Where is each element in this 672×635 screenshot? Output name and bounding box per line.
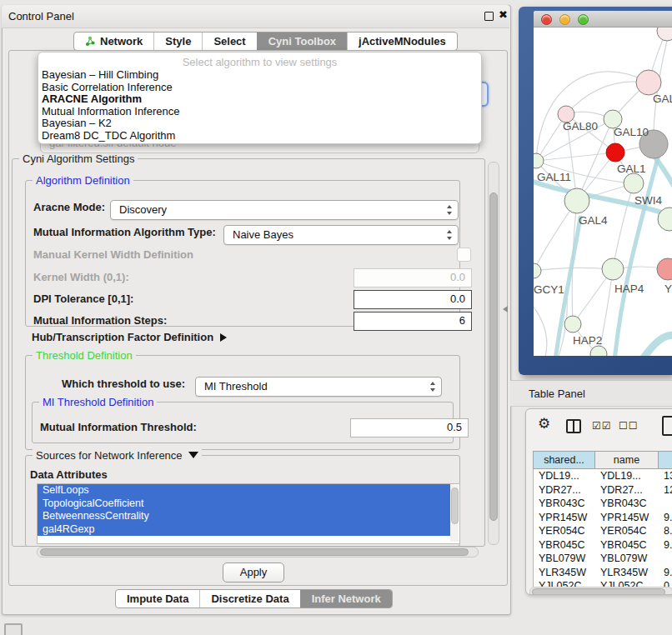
panel-divider-arrow[interactable] bbox=[503, 306, 508, 312]
attribute-item-selfloops[interactable]: SelfLoops bbox=[38, 484, 450, 498]
network-node[interactable] bbox=[657, 258, 672, 280]
table-cell[interactable]: YPR145W bbox=[534, 511, 595, 525]
table-cell[interactable] bbox=[659, 552, 672, 566]
minimize-traffic-light-icon[interactable] bbox=[559, 14, 570, 25]
tab-network[interactable]: Network bbox=[74, 32, 153, 50]
group-title: Cyni Algorithm Settings bbox=[19, 152, 138, 166]
table-cell[interactable]: YJL052C bbox=[534, 579, 595, 587]
table-row[interactable]: YJL052CYJL052C0 bbox=[534, 579, 672, 587]
data-attributes-list[interactable]: SelfLoopsTopologicalCoefficientBetweenne… bbox=[37, 483, 460, 544]
table-cell[interactable]: YBL079W bbox=[534, 552, 595, 566]
network-window-titlebar[interactable] bbox=[534, 11, 672, 28]
table-cell[interactable]: 0 bbox=[659, 579, 672, 587]
table-cell[interactable]: YER054C bbox=[595, 524, 659, 538]
network-node[interactable] bbox=[602, 258, 624, 280]
dropdown-item-bayesian-hill-climbing[interactable]: Bayesian – Hill Climbing bbox=[38, 69, 481, 82]
float-window-icon[interactable] bbox=[484, 12, 494, 21]
table-cell[interactable]: YLR345W bbox=[595, 566, 659, 580]
table-cell[interactable]: 9. bbox=[659, 538, 672, 552]
settings-horizontal-scrollbar[interactable] bbox=[37, 547, 479, 558]
column-header-a[interactable]: A bbox=[659, 452, 672, 468]
network-node[interactable] bbox=[624, 173, 644, 193]
table-cell[interactable]: YER054C bbox=[534, 524, 595, 538]
table-cell[interactable]: YBR045C bbox=[595, 538, 659, 552]
table-cell[interactable]: YDL19... bbox=[595, 469, 659, 483]
dropdown-item-dream8-dc-tdc-algorithm[interactable]: Dream8 DC_TDC Algorithm bbox=[38, 130, 481, 142]
mi-type-select[interactable]: Naive Bayes bbox=[223, 225, 459, 245]
close-traffic-light-icon[interactable] bbox=[541, 14, 552, 25]
table-horizontal-scrollbar[interactable] bbox=[529, 587, 672, 595]
dropdown-item-basic-correlation-inference[interactable]: Basic Correlation Inference bbox=[38, 82, 481, 94]
dropdown-item-aracne-algorithm[interactable]: ARACNE Algorithm bbox=[38, 93, 481, 106]
table-row[interactable]: YBL079WYBL079W bbox=[534, 552, 672, 566]
table-cell[interactable]: YDR27... bbox=[534, 483, 595, 498]
deselect-all-icon[interactable]: ☐☐ bbox=[619, 420, 639, 432]
table-row[interactable]: YBR045CYBR045C9. bbox=[534, 538, 672, 552]
table-cell[interactable]: 13 bbox=[659, 469, 672, 483]
zoom-traffic-light-icon[interactable] bbox=[578, 14, 589, 25]
select-all-icon[interactable]: ☑☑ bbox=[592, 420, 612, 432]
minimized-window-icon[interactable] bbox=[4, 623, 23, 635]
dropdown-item-mutual-information-inference[interactable]: Mutual Information Inference bbox=[38, 106, 481, 118]
table-cell[interactable] bbox=[659, 497, 672, 511]
network-node[interactable] bbox=[534, 153, 544, 168]
manual-kernel-checkbox[interactable] bbox=[457, 248, 471, 262]
network-canvas[interactable]: GALGAL80GAL10GAL11GAL1SWI4GAL4GCY1HAP4YH… bbox=[534, 28, 672, 356]
tab-cyni-toolbox[interactable]: Cyni Toolbox bbox=[257, 32, 347, 50]
network-node[interactable] bbox=[590, 346, 607, 356]
column-header-shared-[interactable]: shared... bbox=[534, 452, 595, 468]
attribute-item-betweennesscentrality[interactable]: BetweennessCentrality bbox=[38, 510, 450, 523]
mi-threshold-field[interactable]: 0.5 bbox=[350, 418, 469, 438]
stepper-icon bbox=[429, 381, 436, 392]
table-cell[interactable]: 8. bbox=[659, 524, 672, 538]
table-row[interactable]: YPR145WYPR145W9. bbox=[534, 511, 672, 525]
tab-jactivemnodules[interactable]: jActiveMNodules bbox=[347, 32, 457, 50]
dropdown-item-bayesian-k2[interactable]: Bayesian – K2 bbox=[38, 118, 481, 130]
table-row[interactable]: YDR27...YDR27...12 bbox=[534, 483, 672, 498]
tab-impute-data[interactable]: Impute Data bbox=[116, 590, 199, 608]
table-cell[interactable]: YBL079W bbox=[595, 552, 659, 566]
attribute-item-topologicalcoefficient[interactable]: TopologicalCoefficient bbox=[38, 498, 450, 511]
apply-button[interactable]: Apply bbox=[223, 562, 284, 582]
network-node[interactable] bbox=[564, 316, 581, 332]
table-settings-gear-icon[interactable]: ⚙ bbox=[538, 415, 550, 432]
kernel-width-field[interactable]: 0.0 bbox=[354, 268, 472, 288]
table-cell[interactable]: 12 bbox=[659, 483, 672, 498]
table-cell[interactable]: 9. bbox=[659, 511, 672, 525]
table-cell[interactable]: YBR043C bbox=[595, 497, 659, 511]
hub-section-toggle[interactable]: Hub/Transcription Factor Definition bbox=[32, 331, 227, 343]
network-node[interactable] bbox=[534, 263, 541, 278]
table-row[interactable]: YBR043CYBR043C bbox=[534, 497, 672, 511]
which-threshold-select[interactable]: MI Threshold bbox=[195, 377, 442, 397]
table-row[interactable]: YDL19...YDL19...13 bbox=[534, 469, 672, 483]
tab-infer-network[interactable]: Infer Network bbox=[300, 590, 392, 608]
table-cell[interactable]: YJL052C bbox=[595, 579, 659, 587]
attribute-item-gal4rgexp[interactable]: gal4RGexp bbox=[38, 523, 450, 537]
column-header-name[interactable]: name bbox=[595, 452, 659, 468]
table-cell[interactable]: YDL19... bbox=[534, 469, 595, 483]
sources-toggle[interactable]: Sources for Network Inference bbox=[33, 449, 202, 462]
network-node[interactable] bbox=[564, 188, 589, 213]
table-cell[interactable]: YLR345W bbox=[534, 566, 595, 580]
new-table-icon[interactable] bbox=[662, 416, 672, 436]
dpi-tolerance-field[interactable]: 0.0 bbox=[354, 290, 472, 309]
table-cell[interactable]: 9. bbox=[659, 566, 672, 580]
table-row[interactable]: YLR345WYLR345W9. bbox=[534, 566, 672, 580]
close-icon[interactable]: ✖ bbox=[499, 8, 508, 21]
tab-select[interactable]: Select bbox=[202, 32, 256, 50]
table-row[interactable]: YER054CYER054C8. bbox=[534, 524, 672, 538]
table-cell[interactable]: YDR27... bbox=[595, 483, 659, 498]
network-node[interactable] bbox=[657, 28, 672, 41]
table-cell[interactable]: YPR145W bbox=[595, 511, 659, 525]
list-scrollbar[interactable] bbox=[450, 485, 459, 542]
column-layout-icon[interactable] bbox=[566, 419, 581, 433]
mi-steps-field[interactable]: 6 bbox=[354, 312, 472, 331]
network-node[interactable] bbox=[636, 70, 661, 95]
settings-vertical-scrollbar[interactable] bbox=[488, 162, 499, 545]
table-cell[interactable]: YBR043C bbox=[534, 497, 595, 511]
network-node[interactable] bbox=[606, 143, 624, 162]
tab-discretize-data[interactable]: Discretize Data bbox=[199, 590, 299, 608]
table-cell[interactable]: YBR045C bbox=[534, 538, 595, 552]
aracne-mode-select[interactable]: Discovery bbox=[110, 200, 459, 220]
tab-style[interactable]: Style bbox=[153, 32, 202, 50]
